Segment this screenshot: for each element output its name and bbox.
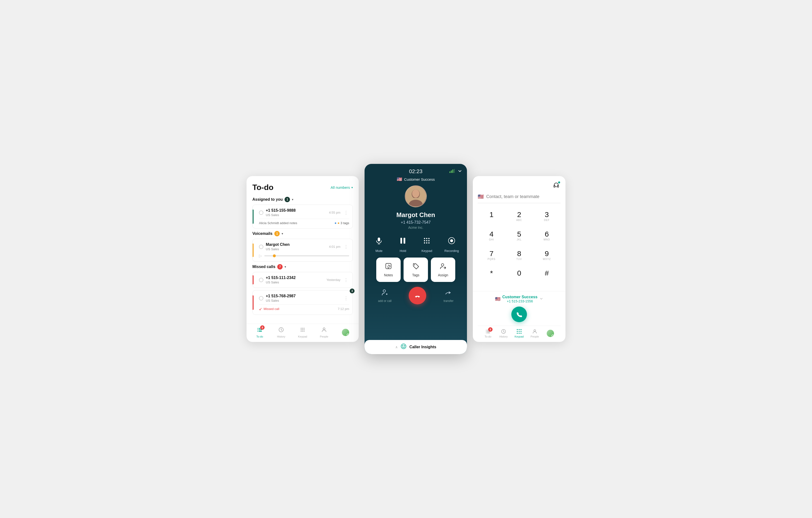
svg-rect-28 [400,238,402,243]
nav-people-left[interactable]: People [317,327,331,338]
voicemail-accent [253,243,254,257]
voicemails-chevron-icon[interactable]: ▾ [282,232,283,235]
svg-rect-18 [451,170,452,173]
missed-checkbox-2[interactable] [259,296,263,300]
recording-button[interactable]: Recording [444,234,459,253]
call-top-bar: 02:23 [365,164,467,177]
active-call-panel: 02:23 🇺🇸 Customer Success [365,164,467,354]
selected-line: 🇺🇸 Customer Success +1 515-233-1556 [478,295,560,303]
caller-avatar-wrap [365,185,467,207]
svg-point-24 [412,190,419,198]
voicemail-line: US Sales [266,247,326,251]
dialer-bottom: 🇺🇸 Customer Success +1 515-233-1556 [473,291,566,342]
tags-card[interactable]: Tags [404,258,428,282]
notes-card[interactable]: Notes [376,258,401,282]
svg-point-34 [426,240,428,241]
assigned-checkbox[interactable] [259,210,263,215]
nav-keypad-label: Keypad [298,335,307,338]
add-or-call-button[interactable]: add or call [378,289,392,303]
all-numbers-button[interactable]: All numbers ▾ [331,185,353,190]
search-input[interactable] [486,194,560,199]
svg-rect-20 [454,169,455,173]
missed-checkbox-1[interactable] [259,278,263,282]
svg-point-66 [517,331,518,332]
svg-point-72 [534,330,535,332]
hold-button[interactable]: Hold [397,234,409,253]
notes-label: Notes [384,273,393,277]
caller-insights-bar[interactable]: ∧ Caller Insights [365,340,467,354]
svg-point-14 [302,331,303,332]
voicemail-card: Margot Chen US Sales 4:01 pm ⋮ ▷ [252,239,353,262]
svg-point-7 [301,328,302,329]
digit-9[interactable]: 9 WXYZ [533,247,560,264]
svg-rect-58 [486,331,487,332]
digit-0[interactable]: 0 [505,266,533,284]
chevron-down-icon[interactable] [458,169,462,174]
svg-point-15 [303,331,304,332]
missed-menu-icon-1[interactable]: ⋮ [343,277,349,283]
number-grid: 1 2 ABC 3 DEF 4 GHI 5 JKL [478,208,560,284]
svg-rect-25 [378,237,380,241]
add-or-call-label: add or call [378,299,392,303]
nav-todo-label: To-do [256,335,263,338]
nav-keypad-right[interactable]: Keypad [512,329,526,338]
missed-chevron-icon[interactable]: ▾ [285,265,286,268]
nav-todo-right[interactable]: 9 To-do [481,329,495,338]
flag-icon-mid: 🇺🇸 [397,177,402,182]
voicemail-checkbox[interactable] [259,244,263,249]
transfer-button[interactable]: transfer [443,289,454,303]
action-cards: Notes Tags [365,258,467,287]
assigned-menu-icon[interactable]: ⋮ [343,210,349,215]
nav-history-left[interactable]: History [274,327,288,338]
user-avatar-right [547,330,554,337]
missed-accent-2 [253,295,254,310]
progress-track[interactable] [264,255,349,256]
voicemail-menu-icon[interactable]: ⋮ [343,244,349,250]
digit-6[interactable]: 6 MNO [533,228,560,244]
nav-avatar-left[interactable] [338,329,353,336]
dialer-search: 🇺🇸 [478,194,560,203]
call-source: 🇺🇸 Customer Success [365,177,467,182]
caller-name: Margot Chen [365,211,467,219]
todo-panel: To-do All numbers ▾ Assigned to you 1 ▾ … [246,176,359,342]
nav-history-right[interactable]: History [496,329,511,338]
assigned-chevron-icon[interactable]: ▾ [292,198,293,201]
nav-avatar-right[interactable] [543,330,558,337]
missed-menu-icon-2[interactable]: ⋮ [343,295,349,301]
headset-icon [552,181,560,190]
keypad-button[interactable]: Keypad [420,234,433,253]
nav-people-right[interactable]: People [527,329,542,338]
digit-1[interactable]: 1 [478,208,505,225]
assign-card[interactable]: Assign [431,258,455,282]
svg-point-12 [303,329,304,330]
hold-label: Hold [400,249,406,253]
nav-todo[interactable]: 9 To-do [252,327,267,338]
missed-accent-1 [253,275,254,285]
digit-7[interactable]: 7 PQRS [478,247,505,264]
nav-keypad-left[interactable]: Keypad [295,327,310,338]
svg-point-51 [402,345,403,346]
svg-rect-5 [259,331,262,332]
caller-phone: +1 415-732-7547 [365,220,467,225]
nav-keypad-label-right: Keypad [515,335,524,338]
digit-star[interactable]: * [478,266,505,284]
line-chevron-icon[interactable] [540,297,543,301]
play-icon[interactable]: ▷ [259,253,262,258]
transfer-icon [445,289,452,298]
digit-5[interactable]: 5 JKL [505,228,533,244]
digit-4[interactable]: 4 GHI [478,228,505,244]
svg-point-64 [519,329,520,330]
digit-3[interactable]: 3 DEF [533,208,560,225]
svg-rect-19 [452,170,453,173]
svg-point-42 [414,264,415,265]
call-button[interactable] [511,307,527,322]
digit-8[interactable]: 8 TUV [505,247,533,264]
missed-call-row: ↙ Missed call 7:12 pm [259,305,349,311]
svg-point-16 [323,328,325,330]
mute-button[interactable]: Mute [373,234,385,253]
missed-section-header: Missed calls 7 ▾ [252,264,353,269]
digit-2[interactable]: 2 ABC [505,208,533,225]
end-call-button[interactable] [409,287,426,305]
missed-time-2: 7:12 pm [338,307,349,311]
digit-hash[interactable]: # [533,266,560,284]
